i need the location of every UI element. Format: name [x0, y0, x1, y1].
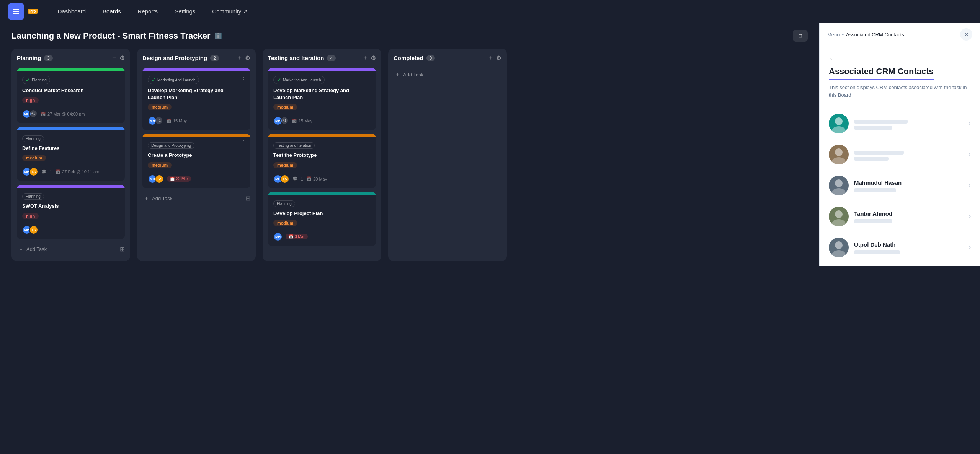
svg-point-7	[832, 219, 846, 226]
add-task-planning[interactable]: ＋ Add Task	[17, 243, 120, 256]
card-menu-btn[interactable]: ⋮	[115, 190, 121, 197]
board-area: Launching a New Product - Smart Fitness …	[0, 23, 819, 269]
contact-avatar-2	[829, 145, 849, 164]
card-menu-btn[interactable]: ⋮	[366, 139, 372, 146]
card-develop-project-plan[interactable]: ⋮ Planning Develop Project Plan medium M…	[268, 192, 376, 246]
panel-menu-label: Menu	[827, 32, 840, 37]
plus-icon: ＋	[395, 71, 400, 78]
contact-avatar-utpol	[829, 238, 849, 257]
col-add-design[interactable]: ＋	[237, 54, 243, 62]
contact-name-mahmudul: Mahmudul Hasan	[854, 179, 964, 186]
nav-reports[interactable]: Reports	[129, 0, 167, 23]
col-add-testing[interactable]: ＋	[362, 54, 368, 62]
priority-badge: medium	[273, 220, 297, 226]
col-add-completed[interactable]: ＋	[488, 54, 494, 62]
priority-badge: high	[22, 213, 39, 219]
info-icon[interactable]: ℹ️	[214, 32, 222, 39]
card-title: Conduct Market Research	[22, 87, 119, 94]
chevron-right-icon: ›	[969, 120, 971, 127]
contact-role-utpol	[854, 250, 900, 254]
contact-item-mahmudul[interactable]: Mahmudul Hasan ›	[820, 170, 980, 201]
logo	[8, 3, 24, 20]
avatar-stack: MH TA	[148, 174, 164, 184]
card-menu-btn[interactable]: ⋮	[115, 73, 121, 81]
priority-badge: medium	[273, 104, 297, 110]
add-task-completed[interactable]: ＋ Add Task	[394, 68, 501, 81]
card-date: 📅 20 May	[306, 176, 327, 181]
avatar: TA	[280, 174, 289, 184]
avatar-count: +1	[29, 109, 38, 118]
calendar-icon: 📅	[55, 169, 60, 174]
add-task-design[interactable]: ＋ Add Task	[142, 192, 245, 205]
card-title: Define Features	[22, 145, 119, 152]
nav-boards[interactable]: Boards	[94, 0, 129, 23]
card-swot-analysis[interactable]: ⋮ Planning SWOT Analysis high MH TA	[17, 185, 125, 239]
card-define-features[interactable]: ⋮ Planning Define Features medium MH TA …	[17, 127, 125, 181]
nav-settings[interactable]: Settings	[166, 0, 204, 23]
card-menu-btn[interactable]: ⋮	[240, 73, 247, 81]
chevron-right-icon: ›	[969, 182, 971, 189]
panel-close-button[interactable]: ✕	[960, 28, 972, 41]
col-count-design: 2	[210, 55, 219, 61]
col-footer-icon[interactable]: ⊞	[120, 246, 125, 253]
card-menu-btn[interactable]: ⋮	[366, 73, 372, 81]
contact-avatar-1	[829, 114, 849, 133]
col-add-planning[interactable]: ＋	[111, 54, 117, 62]
card-create-prototype[interactable]: ⋮ Design and Prototyping Create a Protot…	[142, 134, 250, 188]
col-count-completed: 0	[426, 55, 435, 61]
card-footer: MH 📅 3 Mar	[273, 232, 371, 241]
avatar-stack: MH	[273, 232, 283, 241]
col-settings-planning[interactable]: ⚙	[119, 54, 125, 62]
contact-info-2	[854, 148, 964, 161]
card-date: 📅 15 May	[292, 119, 312, 124]
nav-community[interactable]: Community ↗	[204, 0, 256, 23]
chevron-right-icon: ›	[969, 244, 971, 251]
contact-info-1	[854, 117, 964, 130]
card-test-prototype[interactable]: ⋮ Testing and Iteration Test the Prototy…	[268, 134, 376, 188]
calendar-icon: 📅	[292, 119, 297, 124]
panel-header: ← Associated CRM Contacts This section d…	[820, 46, 980, 105]
col-settings-design[interactable]: ⚙	[245, 54, 250, 62]
col-count-testing: 4	[327, 55, 336, 61]
board-container: Planning 3 ＋ ⚙ ⋮ ✓ Planning	[0, 49, 819, 269]
card-menu-btn[interactable]: ⋮	[115, 132, 121, 140]
card-tag: Design and Prototyping	[148, 142, 194, 149]
priority-badge: medium	[22, 155, 46, 161]
card-color-bar	[17, 185, 125, 188]
card-title: Develop Project Plan	[273, 210, 371, 217]
filter-button[interactable]: ⊞	[793, 30, 808, 42]
col-header-planning: Planning 3 ＋ ⚙	[17, 54, 125, 64]
card-tag: ✓ Marketing And Launch	[273, 76, 325, 84]
contact-info-utpol: Utpol Deb Nath	[854, 241, 964, 254]
panel-breadcrumb-title: Associated CRM Contacts	[846, 32, 904, 37]
column-design: Design and Prototyping 2 ＋ ⚙ ⋮ ✓ Marketi…	[137, 49, 256, 261]
card-color-bar	[268, 192, 376, 195]
col-header-testing: Testing and Iteration 4 ＋ ⚙	[268, 54, 376, 64]
svg-point-0	[835, 117, 843, 125]
card-title: Test the Prototype	[273, 152, 371, 159]
col-settings-completed[interactable]: ⚙	[496, 54, 501, 62]
card-color-bar	[268, 68, 376, 71]
card-footer: MH +1 📅 27 Mar @ 04:00 pm	[22, 109, 119, 119]
avatar-stack: MH TA	[22, 225, 38, 234]
card-date: 📅 27 Mar @ 04:00 pm	[41, 112, 85, 117]
contact-item-2[interactable]: ›	[820, 139, 980, 170]
contact-item-tanbir[interactable]: Tanbir Ahmod ›	[820, 201, 980, 232]
header-actions: ⊞	[793, 30, 808, 42]
contact-item-utpol[interactable]: Utpol Deb Nath ›	[820, 232, 980, 263]
priority-badge: medium	[148, 162, 172, 168]
card-marketing-strategy-testing[interactable]: ⋮ ✓ Marketing And Launch Develop Marketi…	[268, 68, 376, 130]
contact-item-1[interactable]: ›	[820, 108, 980, 139]
col-footer-icon[interactable]: ⊞	[245, 195, 250, 202]
card-menu-btn[interactable]: ⋮	[240, 139, 247, 146]
col-settings-testing[interactable]: ⚙	[371, 54, 376, 62]
nav-dashboard[interactable]: Dashboard	[49, 0, 94, 23]
panel-back-button[interactable]: ←	[829, 54, 836, 63]
col-actions-testing: ＋ ⚙	[362, 54, 376, 62]
card-marketing-strategy-design[interactable]: ⋮ ✓ Marketing And Launch Develop Marketi…	[142, 68, 250, 130]
card-tag: ✓ Planning	[22, 76, 50, 84]
contact-name-utpol: Utpol Deb Nath	[854, 241, 964, 248]
card-menu-btn[interactable]: ⋮	[366, 197, 372, 205]
col-title-testing: Testing and Iteration	[268, 55, 324, 61]
card-conduct-market-research[interactable]: ⋮ ✓ Planning Conduct Market Research hig…	[17, 68, 125, 123]
